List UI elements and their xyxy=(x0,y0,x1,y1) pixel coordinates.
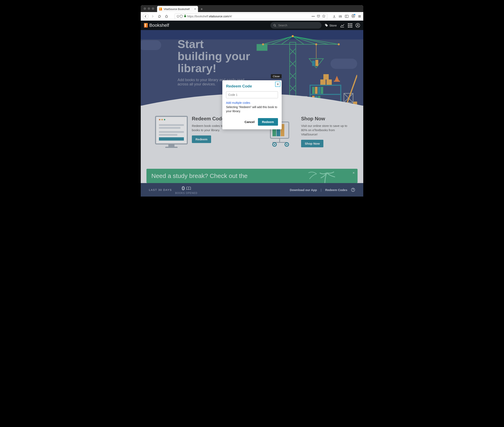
traffic-close[interactable] xyxy=(144,7,146,10)
info-icon xyxy=(177,15,179,18)
search-placeholder: Search xyxy=(278,24,287,27)
tab-close-icon[interactable]: × xyxy=(194,7,196,11)
app-header: Bookshelf Search Store xyxy=(141,21,363,30)
arrow-left-icon xyxy=(144,15,147,18)
downloads-icon[interactable] xyxy=(333,15,336,18)
url-more-icon[interactable]: ••• xyxy=(312,15,315,18)
svg-point-10 xyxy=(325,24,326,25)
url-prefix: https://bookshelf. xyxy=(187,15,209,18)
brand-icon xyxy=(144,23,148,28)
close-icon xyxy=(276,83,279,85)
bookmark-star-icon[interactable] xyxy=(322,15,325,18)
graph-icon[interactable] xyxy=(340,23,345,28)
traffic-zoom[interactable] xyxy=(152,7,154,10)
sidebar-icon[interactable] xyxy=(345,15,348,18)
dialog-close-button[interactable] xyxy=(275,82,280,87)
close-tooltip: Close xyxy=(271,74,282,78)
traffic-minimize[interactable] xyxy=(148,7,150,10)
titlebar: VitalSource Bookshelf × + xyxy=(141,5,363,12)
svg-line-9 xyxy=(275,26,276,27)
reload-button[interactable] xyxy=(157,14,162,19)
arrow-right-icon xyxy=(151,15,154,18)
back-button[interactable] xyxy=(143,14,149,19)
window-controls xyxy=(141,7,157,10)
pocket-icon[interactable] xyxy=(317,15,320,18)
browser-tab[interactable]: VitalSource Bookshelf × xyxy=(157,6,198,12)
reload-icon xyxy=(158,15,161,18)
brand[interactable]: Bookshelf xyxy=(144,23,169,28)
cancel-button[interactable]: Cancel xyxy=(244,120,254,124)
menu-icon[interactable] xyxy=(358,15,361,18)
brand-text: Bookshelf xyxy=(149,23,169,28)
home-button[interactable] xyxy=(164,14,169,19)
dialog-description: Selecting "Redeem" will add this book to… xyxy=(226,105,278,113)
svg-rect-3 xyxy=(184,16,186,17)
dialog-title: Redeem Code xyxy=(226,84,278,88)
svg-point-7 xyxy=(353,15,354,16)
code-input[interactable] xyxy=(226,91,278,98)
redeem-submit-button[interactable]: Redeem xyxy=(258,118,278,126)
address-bar[interactable]: https://bookshelf.vitalsource.com/#/ ••• xyxy=(175,13,327,19)
tab-title: VitalSource Bookshelf xyxy=(164,8,190,11)
store-link[interactable]: Store xyxy=(325,24,337,27)
search-icon xyxy=(273,24,276,27)
svg-point-40 xyxy=(292,35,294,37)
svg-point-13 xyxy=(357,24,358,25)
lock-icon xyxy=(184,15,186,18)
urlbar: https://bookshelf.vitalsource.com/#/ ••• xyxy=(141,12,363,21)
account-icon[interactable] xyxy=(351,14,355,19)
url-domain: vitalsource.com xyxy=(209,15,229,18)
shield-icon xyxy=(180,15,183,18)
new-tab-button[interactable]: + xyxy=(199,6,205,12)
url-path: /#/ xyxy=(229,15,232,18)
svg-rect-4 xyxy=(345,15,348,18)
forward-button xyxy=(150,14,156,19)
tab-favicon xyxy=(159,8,162,10)
search-input[interactable]: Search xyxy=(270,22,322,29)
apps-icon[interactable] xyxy=(348,23,352,28)
home-icon xyxy=(165,15,168,18)
profile-icon[interactable] xyxy=(355,23,360,28)
tabbar: VitalSource Bookshelf × + xyxy=(157,5,205,12)
store-label: Store xyxy=(329,24,337,27)
content: Start building your library! Add books t… xyxy=(141,30,363,197)
library-icon[interactable] xyxy=(339,15,342,18)
svg-point-8 xyxy=(274,24,276,26)
redeem-dialog: Close Redeem Code Add multiple codes Sel… xyxy=(222,80,282,129)
add-multiple-link[interactable]: Add multiple codes xyxy=(226,101,278,104)
tag-icon xyxy=(325,24,328,27)
